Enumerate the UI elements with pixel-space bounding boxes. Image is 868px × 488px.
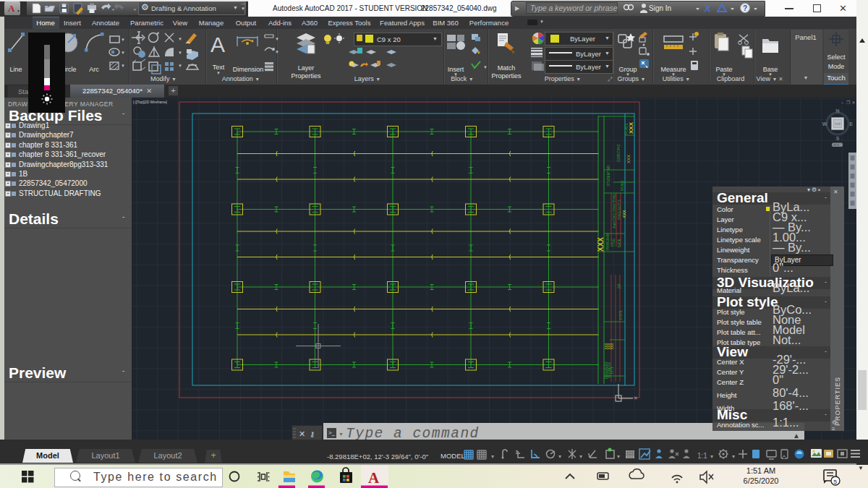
svg-text:▼: ▼ <box>121 51 125 55</box>
svg-text:[-][Top][2D Wireframe]: [-][Top][2D Wireframe] <box>133 100 167 104</box>
svg-text:XXX: XXX <box>628 121 634 134</box>
svg-text:TOP: TOP <box>835 122 841 126</box>
svg-text:STUDENT NO: STUDENT NO <box>607 165 610 187</box>
svg-text:E: E <box>849 121 853 127</box>
svg-text:▼: ▼ <box>121 38 125 42</box>
svg-text:▼: ▼ <box>178 37 182 41</box>
svg-text:▾: ▾ <box>579 453 582 460</box>
svg-text:PROJECT 5: PROJECT 5 <box>617 200 621 220</box>
svg-text:XXX: XXX <box>597 237 605 252</box>
svg-text:✕: ✕ <box>634 395 638 401</box>
svg-text:▼: ▼ <box>275 37 279 41</box>
svg-text:▾: ▾ <box>491 453 494 460</box>
svg-text:DATE: DATE <box>618 239 621 247</box>
svg-text:22857342: 22857342 <box>616 145 621 162</box>
svg-text:ZIP: ZIP <box>618 283 621 288</box>
svg-text:XXX: XXX <box>622 210 626 218</box>
svg-text:S: S <box>836 136 840 141</box>
svg-text:XXX: XXX <box>610 343 614 349</box>
svg-text:▾: ▾ <box>732 453 735 460</box>
svg-text:▾: ▾ <box>558 453 561 460</box>
svg-text:▼: ▼ <box>483 65 488 69</box>
svg-text:−: − <box>841 100 844 105</box>
svg-text:X: X <box>704 3 712 14</box>
svg-text:STATE: STATE <box>619 310 623 320</box>
svg-text:AutoCAD DRAFTING: AutoCAD DRAFTING <box>612 194 616 228</box>
svg-text:A: A <box>210 33 225 56</box>
svg-text:WCS: WCS <box>833 144 840 147</box>
svg-text:▼: ▼ <box>275 50 279 54</box>
svg-text:SCALE: SCALE <box>621 181 624 192</box>
svg-text:?: ? <box>743 4 747 12</box>
svg-text:N: N <box>835 108 839 114</box>
svg-text:5: 5 <box>834 479 838 485</box>
svg-text:XXX: XXX <box>626 155 631 163</box>
svg-text:▾: ▾ <box>617 453 620 460</box>
svg-text:PROGRAM: PROGRAM <box>606 233 610 250</box>
svg-text:1:1: 1:1 <box>697 452 707 460</box>
svg-text:❐: ❐ <box>846 100 851 105</box>
svg-text:▼: ▼ <box>121 64 125 68</box>
svg-text:TITLE: TITLE <box>612 239 616 247</box>
svg-text:▼: ▼ <box>178 51 182 55</box>
svg-text:▼: ▼ <box>178 64 182 68</box>
svg-text:A: A <box>368 469 380 487</box>
svg-text:▾: ▾ <box>710 453 713 460</box>
svg-text:CITY: CITY <box>610 367 614 374</box>
svg-text:W: W <box>822 121 827 127</box>
svg-text:✕: ✕ <box>852 100 856 105</box>
